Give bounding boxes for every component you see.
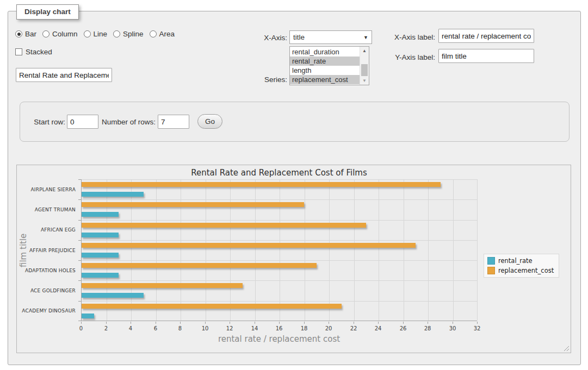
series-option[interactable]: replacement_cost xyxy=(290,75,360,84)
gridline xyxy=(453,179,454,321)
category-label: AFRICAN EGG xyxy=(17,227,76,233)
radio-icon xyxy=(150,30,157,37)
gridline xyxy=(82,280,477,281)
gridline xyxy=(82,220,477,221)
start-row-input[interactable] xyxy=(67,115,98,129)
category-label: ACADEMY DINOSAUR xyxy=(17,308,76,313)
category-label: AIRPLANE SIERRA xyxy=(17,187,76,192)
axis-tick xyxy=(304,322,305,324)
chart-type-column[interactable]: Column xyxy=(42,30,78,38)
legend-label: rental_rate xyxy=(498,257,533,265)
axis-tick xyxy=(428,322,428,324)
axis-tick xyxy=(230,322,230,324)
bar-replacement_cost xyxy=(82,283,243,288)
axis-tick xyxy=(78,301,81,302)
gridline xyxy=(82,199,477,200)
y-axis-label-input[interactable] xyxy=(438,49,534,63)
go-button[interactable]: Go xyxy=(197,114,222,129)
legend-swatch xyxy=(487,267,495,274)
bar-rental_rate xyxy=(82,212,119,217)
radio-icon xyxy=(15,30,22,37)
chart-type-area-label: Area xyxy=(159,30,175,38)
bar-rental_rate xyxy=(82,273,119,278)
gridline xyxy=(379,179,379,321)
bar-replacement_cost xyxy=(82,243,416,248)
axis-tick xyxy=(131,322,131,324)
axis-tick xyxy=(78,240,81,241)
gridline xyxy=(404,179,404,321)
category-label: ADAPTATION HOLES xyxy=(17,268,76,273)
axis-tick xyxy=(205,322,206,324)
axis-tick-label: 26 xyxy=(395,325,411,331)
chart-type-bar[interactable]: Bar xyxy=(15,30,36,38)
gridline xyxy=(255,179,256,321)
stacked-checkbox[interactable]: Stacked xyxy=(15,48,52,56)
chart-type-spline-label: Spline xyxy=(123,30,144,38)
chart-title: Rental Rate and Replacement Cost of Film… xyxy=(81,168,477,178)
chart-type-line[interactable]: Line xyxy=(84,30,108,38)
series-list-scrollbar[interactable]: ▲ ▼ xyxy=(360,47,369,85)
start-row-label: Start row: xyxy=(32,118,65,126)
axis-tick xyxy=(78,280,81,281)
scroll-up-icon[interactable]: ▲ xyxy=(360,47,369,55)
bar-replacement_cost xyxy=(82,304,342,309)
gridline xyxy=(280,179,280,321)
x-axis-title: rental rate / replacement cost xyxy=(81,334,477,344)
gridline xyxy=(156,179,157,321)
axis-tick xyxy=(255,322,255,324)
axis-tick-label: 18 xyxy=(296,325,312,331)
gridline xyxy=(131,179,132,321)
axis-tick xyxy=(378,322,379,324)
category-label: ACE GOLDFINGER xyxy=(17,288,76,293)
legend-entry: replacement_cost xyxy=(487,267,554,274)
x-axis-selected-value: title xyxy=(293,33,363,41)
chart-container: Rental Rate and Replacement Cost of Film… xyxy=(16,165,571,353)
series-listbox[interactable]: rental_durationrental_ratelengthreplacem… xyxy=(289,46,369,85)
axis-tick xyxy=(81,322,82,324)
chart-type-area[interactable]: Area xyxy=(150,30,175,38)
axis-tick xyxy=(78,321,81,321)
series-option[interactable]: length xyxy=(290,66,360,75)
gridline xyxy=(82,179,477,180)
checkbox-icon xyxy=(15,48,22,55)
bar-rental_rate xyxy=(82,293,144,298)
panel-title: Display chart xyxy=(16,4,79,20)
bar-rental_rate xyxy=(82,313,94,318)
bar-replacement_cost xyxy=(82,202,304,207)
chart-type-spline[interactable]: Spline xyxy=(113,30,144,38)
gridline xyxy=(82,240,477,241)
axis-tick xyxy=(78,220,81,221)
axis-tick xyxy=(106,322,107,324)
num-rows-input[interactable] xyxy=(158,115,189,129)
y-axis-label-label: Y-Axis label: xyxy=(381,53,435,61)
radio-icon xyxy=(113,30,120,37)
chart-type-column-label: Column xyxy=(52,30,78,38)
axis-tick xyxy=(156,322,156,324)
axis-tick-label: 10 xyxy=(197,325,213,331)
stacked-label: Stacked xyxy=(26,48,52,56)
gridline xyxy=(82,301,477,302)
radio-icon xyxy=(42,30,49,37)
gridline xyxy=(82,260,477,261)
chart-type-bar-label: Bar xyxy=(25,30,36,38)
series-option[interactable]: rental_duration xyxy=(290,47,360,57)
series-option[interactable]: rental_rate xyxy=(290,57,360,66)
x-axis-select[interactable]: title ▼ xyxy=(289,30,372,44)
axis-tick-label: 30 xyxy=(444,325,461,331)
gridline xyxy=(428,179,429,321)
axis-tick-label: 12 xyxy=(221,325,238,331)
legend-entry: rental_rate xyxy=(487,257,554,265)
num-rows-label: Number of rows: xyxy=(101,118,156,126)
resize-handle-icon[interactable] xyxy=(563,345,569,351)
plot-area xyxy=(81,179,477,321)
gridline xyxy=(107,179,107,321)
bar-rental_rate xyxy=(82,253,119,258)
scroll-down-icon[interactable]: ▼ xyxy=(360,77,369,85)
x-axis-label-input[interactable] xyxy=(438,29,534,43)
scrollbar-thumb[interactable] xyxy=(361,64,368,76)
chart-title-input[interactable] xyxy=(16,68,112,82)
category-label: AFFAIR PREJUDICE xyxy=(17,248,76,253)
radio-icon xyxy=(84,30,91,37)
axis-tick-label: 22 xyxy=(345,325,362,331)
axis-tick-label: 4 xyxy=(122,325,139,331)
